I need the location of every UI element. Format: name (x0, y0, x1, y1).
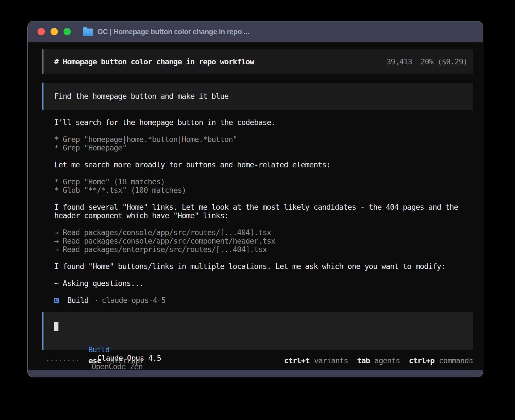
terminal-window: OC | Homepage button color change in rep… (27, 21, 483, 377)
tool-call-group: * Grep "homepage|home.*button|Home.*butt… (42, 135, 473, 152)
zoom-button[interactable] (64, 28, 71, 35)
window-bottom-edge (28, 370, 483, 377)
prompt-input[interactable]: Build Claude Opus 4.5 OpenCode Zen (42, 312, 473, 350)
spinner-dot (77, 360, 78, 361)
assistant-text: Let me search more broadly for buttons a… (42, 161, 473, 169)
folder-icon (83, 29, 93, 36)
tool-call-group: * Grep "Home" (18 matches) * Glob "**/*.… (42, 178, 473, 194)
spinner-dot (60, 360, 61, 361)
prompt-input-line[interactable] (54, 322, 467, 331)
titlebar[interactable]: OC | Homepage button color change in rep… (28, 21, 483, 42)
status-line: ~ Asking questions... (42, 279, 473, 288)
window-title: OC | Homepage button color change in rep… (97, 28, 249, 36)
agent-badge-label: Build (67, 296, 88, 305)
tool-call-grep: * Grep "Homepage" (42, 144, 473, 152)
agent-badge: Build · claude-opus-4-5 (42, 296, 473, 305)
assistant-paragraph: I'll search for the homepage button in t… (42, 118, 473, 127)
assistant-paragraph: I found "Home" buttons/links in multiple… (42, 262, 473, 271)
hint-key: ctrl+t (284, 356, 309, 365)
tool-call-read: → Read packages/console/app/src/componen… (42, 237, 473, 245)
spinner-dot (64, 360, 65, 361)
assistant-text: header component which have "Home" links… (42, 211, 473, 220)
status-bar: esc interrupt ctrl+t variants tab agents… (42, 356, 473, 365)
assistant-text: I'll search for the homepage button in t… (42, 118, 473, 127)
assistant-text: I found "Home" buttons/links in multiple… (42, 262, 473, 271)
working-spinner (47, 360, 78, 361)
interrupt-key: esc (88, 356, 101, 365)
spinner-dot (51, 360, 53, 361)
hint-label: variants (314, 356, 348, 365)
assistant-paragraph: I found several "Home" links. Let me loo… (42, 203, 473, 220)
session-header: # Homepage button color change in repo w… (42, 49, 473, 74)
asking-questions-status: ~ Asking questions... (42, 279, 473, 288)
hint-label: agents (374, 356, 400, 365)
session-title: # Homepage button color change in repo w… (54, 58, 254, 66)
interrupt-label: interrupt (106, 356, 144, 365)
user-message-text: Find the homepage button and make it blu… (54, 92, 228, 100)
tool-call-grep: * Grep "Home" (18 matches) (42, 178, 473, 186)
tool-call-read: → Read packages/enterprise/src/routes/[.… (42, 245, 473, 254)
tool-call-group: → Read packages/console/app/src/routes/[… (42, 228, 473, 254)
close-button[interactable] (38, 28, 45, 35)
spinner-dot (73, 360, 74, 361)
assistant-paragraph: Let me search more broadly for buttons a… (42, 161, 473, 169)
traffic-lights (38, 28, 71, 35)
session-stats: 39,41320% ($0.29) (387, 58, 467, 66)
terminal-content: # Homepage button color change in repo w… (28, 42, 483, 370)
active-agent[interactable]: Build (88, 345, 109, 354)
user-message: Find the homepage button and make it blu… (42, 83, 473, 110)
status-bar-left: esc interrupt (42, 356, 144, 365)
spinner-dot (47, 360, 48, 361)
status-bar-right: ctrl+t variants tab agents ctrl+p comman… (284, 356, 473, 365)
tool-call-grep: * Grep "homepage|home.*button|Home.*butt… (42, 135, 473, 144)
hint-commands: ctrl+p commands (409, 356, 473, 365)
hint-label: commands (439, 356, 473, 365)
hint-key: ctrl+p (409, 356, 434, 365)
agent-badge-separator: · (94, 296, 98, 305)
minimize-button[interactable] (51, 28, 58, 35)
spinner-dot (56, 360, 57, 361)
hint-key: tab (357, 356, 370, 365)
text-cursor (54, 322, 58, 331)
tool-call-glob: * Glob "**/*.tsx" (100 matches) (42, 186, 473, 194)
hint-variants: ctrl+t variants (284, 356, 348, 365)
agent-square-icon (54, 298, 59, 303)
hint-agents: tab agents (357, 356, 400, 365)
spinner-dot (68, 360, 69, 361)
input-status-row: Build Claude Opus 4.5 OpenCode Zen (54, 337, 467, 345)
assistant-text: I found several "Home" links. Let me loo… (42, 203, 473, 211)
agent-badge-model: claude-opus-4-5 (102, 296, 165, 305)
token-count: 39,413 (387, 57, 412, 66)
context-usage: 20% ($0.29) (420, 57, 467, 66)
tool-call-read: → Read packages/console/app/src/routes/[… (42, 228, 473, 237)
